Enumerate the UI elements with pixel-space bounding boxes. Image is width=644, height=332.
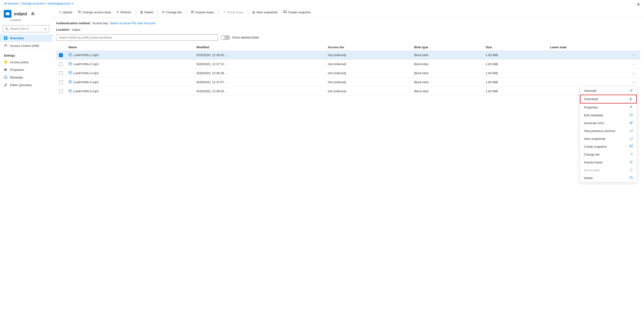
- context-menu-item-change-tier[interactable]: Change tier: [580, 150, 637, 158]
- context-menu-icon-edit-metadata: i: [630, 113, 633, 117]
- context-menu-item-edit-metadata[interactable]: Edit metadata i: [580, 111, 637, 119]
- show-deleted-toggle[interactable]: [221, 35, 230, 40]
- print-icon[interactable]: 🖶: [31, 12, 35, 16]
- row-checkbox-cell[interactable]: [56, 87, 66, 96]
- row-modified: 9/28/2020, 12:36:39 ...: [194, 69, 325, 78]
- context-menu-item-generate-sas[interactable]: Generate SAS: [580, 119, 637, 127]
- upload-button[interactable]: ⇧ Upload: [56, 9, 74, 15]
- context-menu-item-view-snapshots[interactable]: View snapshots: [580, 135, 637, 143]
- context-menu-item-download[interactable]: Download: [580, 95, 637, 104]
- acquire-lease-label: Acquire lease: [195, 10, 214, 14]
- context-menu-item-view-previous-versions[interactable]: View previous versions: [580, 127, 637, 135]
- change-tier-button[interactable]: ⇄ Change tier: [160, 9, 184, 15]
- break-lease-button[interactable]: Break lease: [220, 9, 246, 16]
- sidebar-item-overview[interactable]: Overview: [0, 34, 52, 42]
- svg-rect-45: [630, 145, 632, 146]
- context-menu-item-label-acquire-lease: Acquire lease: [584, 160, 602, 164]
- row-access-tier: Hot (Inferred): [325, 87, 411, 96]
- row-more-cell[interactable]: ⋯: [628, 60, 640, 69]
- collapse-icon[interactable]: «: [43, 26, 47, 31]
- svg-point-40: [630, 106, 631, 107]
- th-blob-type[interactable]: Blob type: [411, 44, 483, 51]
- breadcrumb-storage-account[interactable]: mystorageaccount: [48, 2, 71, 5]
- svg-rect-10: [6, 68, 7, 71]
- th-access-tier[interactable]: Access tier: [325, 44, 411, 51]
- lock-icon: [78, 10, 81, 14]
- toolbar: ⇧ Upload Change access level ↻ Refresh 🗑…: [52, 7, 644, 18]
- auth-method-label: Authentication method:: [56, 22, 91, 25]
- sidebar-item-properties[interactable]: Properties: [0, 66, 52, 74]
- sidebar-item-access-policy[interactable]: Access policy: [0, 58, 52, 66]
- row-checkbox[interactable]: [59, 80, 63, 84]
- create-snapshot-button[interactable]: Create snapshot: [281, 9, 313, 16]
- refresh-button[interactable]: ↻ Refresh: [114, 9, 134, 15]
- row-checkbox[interactable]: [59, 90, 63, 93]
- row-name: LowPriVMs-1.mp3: [66, 51, 194, 60]
- sidebar-header: output 🖶: [0, 7, 52, 18]
- context-menu-item-acquire-lease[interactable]: Acquire lease: [580, 158, 637, 166]
- context-menu-item-create-snapshot[interactable]: Create snapshot: [580, 143, 637, 150]
- sidebar-item-editor-label: Editor (preview): [10, 83, 32, 87]
- row-checkbox-cell[interactable]: [56, 60, 66, 69]
- context-menu-item-label-delete: Delete: [584, 176, 593, 180]
- row-checkbox-cell[interactable]: [56, 51, 66, 60]
- row-more-cell[interactable]: ⋯: [628, 78, 640, 87]
- context-menu-icon-delete: [630, 176, 633, 180]
- view-snapshots-button[interactable]: ◍ View snapshots: [250, 9, 280, 15]
- row-name: LowPriVMs-5.mp3: [66, 87, 194, 96]
- row-name: LowPriVMs-2.mp3: [66, 60, 194, 69]
- row-more-button[interactable]: ⋯: [631, 70, 637, 76]
- acquire-icon: [191, 10, 194, 14]
- switch-auth-link[interactable]: Switch to Azure AD User Account: [110, 22, 155, 25]
- row-more-cell[interactable]: ⋯: [628, 69, 640, 78]
- row-checkbox[interactable]: [59, 53, 63, 57]
- row-more-button[interactable]: ⋯: [631, 80, 637, 85]
- row-blob-type: Block blob: [411, 51, 483, 60]
- delete-label: Delete: [144, 10, 154, 14]
- svg-rect-16: [284, 10, 286, 12]
- row-checkbox-cell[interactable]: [56, 78, 66, 87]
- refresh-icon: ↻: [116, 10, 119, 14]
- editor-icon: [4, 83, 8, 87]
- change-access-label: Change access level: [82, 10, 111, 14]
- context-menu-item-properties[interactable]: Properties: [580, 104, 637, 111]
- sidebar-item-iam[interactable]: Access Control (IAM): [0, 42, 52, 50]
- row-more-button[interactable]: ⋯: [631, 61, 637, 67]
- main-content: ⇧ Upload Change access level ↻ Refresh 🗑…: [52, 7, 644, 330]
- delete-button[interactable]: 🗑 Delete: [138, 9, 156, 15]
- context-menu-icon-view-previous-versions: [630, 129, 633, 133]
- close-button[interactable]: ✕: [637, 2, 640, 7]
- toolbar-sep-5: [248, 10, 248, 15]
- row-more-cell[interactable]: ⋯: [628, 51, 640, 60]
- breadcrumb-all-services[interactable]: All services: [4, 2, 18, 5]
- row-more-button[interactable]: ⋯: [631, 52, 637, 58]
- breadcrumb-storage-accounts[interactable]: Storage accounts: [22, 2, 44, 5]
- view-snapshots-label: View snapshots: [256, 10, 278, 14]
- th-name[interactable]: Name: [66, 44, 194, 51]
- change-tier-icon: ⇄: [162, 10, 164, 14]
- context-menu-icon-download: [629, 97, 632, 101]
- breadcrumb: All services > Storage accounts > mystor…: [0, 0, 644, 7]
- acquire-lease-button[interactable]: Acquire lease: [188, 9, 216, 16]
- row-blob-type: Block blob: [411, 78, 483, 87]
- svg-rect-5: [6, 38, 7, 40]
- container-icon: [4, 10, 12, 18]
- row-checkbox-cell[interactable]: [56, 69, 66, 78]
- row-checkbox[interactable]: [59, 62, 63, 66]
- context-menu-item-view-edit[interactable]: View/edit: [580, 87, 637, 95]
- row-checkbox[interactable]: [59, 71, 63, 75]
- sidebar-item-editor[interactable]: Editor (preview): [0, 81, 52, 89]
- blob-search-input[interactable]: [56, 34, 218, 41]
- th-size[interactable]: Size: [483, 44, 547, 51]
- sidebar-item-metadata[interactable]: i Metadata: [0, 74, 52, 81]
- search-box[interactable]: 🔍 «: [3, 25, 49, 32]
- context-menu-item-delete[interactable]: Delete: [580, 174, 637, 182]
- th-modified[interactable]: Modified: [194, 44, 325, 51]
- context-menu-icon-generate-sas: [630, 121, 633, 125]
- toolbar-sep-3: [186, 10, 186, 15]
- th-lease-state[interactable]: Lease state: [547, 44, 628, 51]
- upload-icon: ⇧: [58, 10, 61, 14]
- change-access-button[interactable]: Change access level: [76, 9, 113, 16]
- search-input[interactable]: [10, 27, 42, 30]
- file-icon: [68, 71, 72, 75]
